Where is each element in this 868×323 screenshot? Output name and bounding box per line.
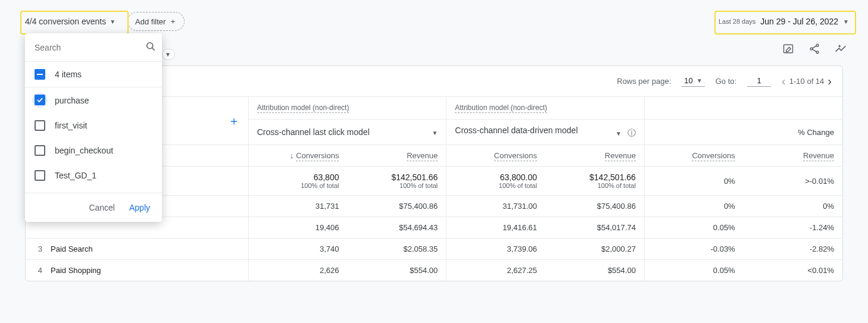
col-revenue-change[interactable]: Revenue — [744, 145, 842, 167]
chevron-down-icon: ▼ — [697, 77, 702, 84]
option-label: Test_GD_1 — [55, 171, 96, 180]
apply-button[interactable]: Apply — [129, 203, 150, 212]
col-revenue-a[interactable]: Revenue — [347, 145, 446, 167]
search-icon[interactable] — [145, 40, 157, 54]
option-test-gd-1[interactable]: Test_GD_1 — [25, 163, 162, 193]
search-input[interactable] — [33, 42, 140, 53]
chevron-down-icon: ▼ — [616, 130, 622, 137]
cancel-button[interactable]: Cancel — [89, 203, 115, 212]
svg-point-1 — [816, 44, 819, 46]
pct-change-header: % Change — [798, 128, 834, 137]
next-page-button[interactable]: › — [828, 74, 832, 88]
add-filter-label: Add filter — [135, 17, 166, 26]
rows-per-page-label: Rows per page: — [617, 77, 671, 86]
checkbox-checked-icon — [35, 95, 45, 105]
svg-point-4 — [147, 43, 153, 49]
chevron-down-icon: ▼ — [110, 18, 115, 25]
conversion-events-panel: 4 items purchase first_visit begin_check… — [25, 33, 162, 222]
model-a-select[interactable]: Cross-channel last click model — [257, 127, 370, 137]
checkbox-indeterminate-icon — [35, 69, 45, 80]
items-summary: 4 items — [55, 70, 82, 79]
add-filter-button[interactable]: Add filter ＋ — [127, 12, 185, 31]
option-begin-checkout[interactable]: begin_checkout — [25, 138, 162, 163]
option-label: first_visit — [55, 121, 87, 130]
edit-comparison-icon[interactable] — [781, 42, 795, 56]
checkbox-icon — [35, 120, 45, 131]
attribution-label: Attribution model (non-direct) — [455, 104, 547, 113]
sort-desc-icon: ↓ — [290, 151, 294, 160]
date-range-label: Last 28 days — [719, 18, 755, 25]
select-all-row[interactable]: 4 items — [25, 61, 162, 87]
add-dimension-button[interactable]: ＋ — [228, 113, 240, 129]
chevron-down-icon: ▼ — [432, 130, 438, 136]
checkbox-icon — [35, 145, 45, 156]
option-label: begin_checkout — [55, 146, 113, 155]
page-range: 1-10 of 14 — [789, 77, 825, 86]
col-conversions-a[interactable]: ↓Conversions — [248, 145, 347, 167]
option-first-visit[interactable]: first_visit — [25, 113, 162, 138]
insights-icon[interactable] — [833, 42, 848, 56]
plus-icon: ＋ — [169, 16, 177, 27]
col-revenue-b[interactable]: Revenue — [545, 145, 644, 167]
info-icon[interactable]: ⓘ — [627, 128, 636, 139]
share-icon[interactable] — [807, 42, 822, 56]
attribution-label: Attribution model (non-direct) — [257, 104, 349, 113]
collapsed-chip[interactable]: ▼ — [162, 49, 175, 60]
checkbox-icon — [35, 170, 45, 181]
svg-point-2 — [810, 48, 813, 50]
svg-point-3 — [816, 51, 819, 54]
table-row[interactable]: 4Paid Shopping 2,626 $554.00 2,627.25 $5… — [26, 260, 842, 281]
chevron-down-icon: ▼ — [843, 18, 849, 25]
goto-label: Go to: — [716, 77, 736, 86]
option-purchase[interactable]: purchase — [25, 87, 162, 113]
prev-page-button[interactable]: ‹ — [782, 74, 786, 88]
col-conversions-b[interactable]: Conversions — [447, 145, 545, 167]
rows-per-page-select[interactable]: 10 ▼ — [682, 76, 704, 87]
date-range-picker[interactable]: Last 28 days Jun 29 - Jul 26, 2022 ▼ — [719, 17, 849, 26]
option-label: purchase — [55, 96, 89, 105]
date-range-value: Jun 29 - Jul 26, 2022 — [760, 17, 838, 26]
goto-input[interactable]: 1 — [747, 76, 771, 87]
col-conversions-change[interactable]: Conversions — [644, 145, 743, 167]
chevron-down-icon: ▼ — [165, 51, 171, 58]
table-row[interactable]: 3Paid Search 3,740 $2,058.35 3,739.06 $2… — [26, 239, 842, 260]
conversion-events-label: 4/4 conversion events — [25, 17, 106, 26]
conversion-events-dropdown[interactable]: 4/4 conversion events ▼ — [19, 13, 121, 30]
model-b-select[interactable]: Cross-channel data-driven model — [455, 126, 577, 135]
